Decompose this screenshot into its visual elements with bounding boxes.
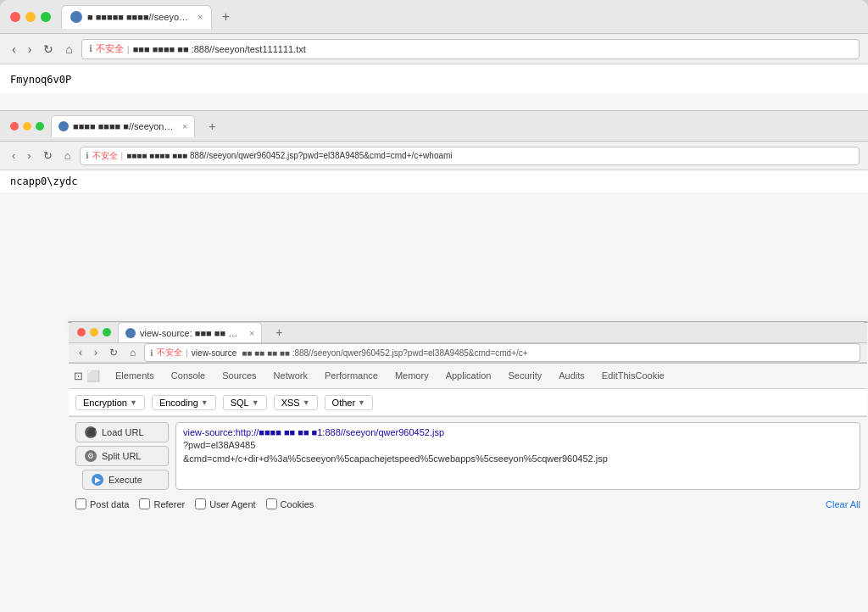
tab-security[interactable]: Security bbox=[499, 367, 550, 386]
second-page-content: ncapp0\zydc bbox=[0, 170, 868, 192]
devtools-tab-favicon bbox=[125, 328, 136, 338]
forward-button[interactable]: › bbox=[25, 41, 36, 58]
sql-dropdown[interactable]: SQL ▼ bbox=[223, 395, 267, 410]
cookies-checkbox[interactable]: Cookies bbox=[266, 498, 314, 509]
devtools-tab-close-icon[interactable]: × bbox=[249, 328, 254, 338]
tab-audits[interactable]: Audits bbox=[550, 367, 593, 386]
encoding-dropdown[interactable]: Encoding ▼ bbox=[152, 395, 216, 410]
url-link-text: view-source:http://■■■■ ■■ ■■ ■1:888//se… bbox=[183, 427, 444, 437]
xss-dropdown[interactable]: XSS ▼ bbox=[274, 395, 318, 410]
security-icon: ℹ bbox=[89, 43, 92, 54]
second-tab-close-icon[interactable]: × bbox=[182, 121, 187, 131]
second-active-tab[interactable]: ■■■■ ■■■■ ■//seeyon/qw■ × bbox=[51, 115, 195, 137]
encryption-dropdown[interactable]: Encryption ▼ bbox=[75, 395, 145, 410]
traffic-lights bbox=[10, 12, 51, 22]
new-tab-button[interactable]: + bbox=[215, 7, 236, 27]
responsive-icon[interactable]: ⬜ bbox=[86, 370, 100, 382]
load-url-icon: ⬛ bbox=[85, 426, 97, 438]
second-reload-button[interactable]: ↻ bbox=[40, 147, 56, 164]
tab-elements[interactable]: Elements bbox=[107, 367, 163, 386]
url-input-area[interactable]: view-source:http://■■■■ ■■ ■■ ■1:888//se… bbox=[175, 422, 860, 490]
split-url-icon: ⚙ bbox=[85, 450, 97, 462]
tab-memory[interactable]: Memory bbox=[387, 367, 437, 386]
security-label: 不安全 bbox=[96, 42, 124, 55]
devtools-home-button[interactable]: ⌂ bbox=[126, 345, 139, 360]
second-address-text: ■■■■ ■■■■ ■■■ 888//seeyon/qwer960452.jsp… bbox=[126, 151, 452, 160]
address-bar[interactable]: ℹ 不安全 | ■■■ ■■■■ ■■ :888//seeyon/test111… bbox=[81, 39, 860, 59]
devtools-new-tab-button[interactable]: + bbox=[269, 322, 289, 342]
devtools-active-tab[interactable]: view-source: ■■■ ■■ ■■ :888 × bbox=[118, 322, 262, 342]
xss-chevron-down-icon: ▼ bbox=[303, 398, 310, 407]
tab-sources[interactable]: Sources bbox=[214, 367, 264, 386]
load-url-button[interactable]: ⬛ Load URL bbox=[75, 422, 169, 442]
other-chevron-down-icon: ▼ bbox=[358, 398, 365, 407]
second-maximize-button[interactable] bbox=[36, 122, 44, 131]
devtools-security-label: 不安全 bbox=[157, 347, 182, 359]
referer-checkbox[interactable]: Referer bbox=[139, 498, 185, 509]
second-forward-button[interactable]: › bbox=[24, 147, 34, 164]
execute-icon: ▶ bbox=[92, 474, 103, 486]
outer-browser-chrome: ■ ■■■■■ ■■■■//seeyon/tes × + bbox=[0, 0, 868, 34]
devtools-address-bar[interactable]: ℹ 不安全 | view-source ■■ ■■ ■■ ■■ :888//se… bbox=[144, 343, 860, 362]
second-new-tab-button[interactable]: + bbox=[202, 116, 222, 136]
devtools-minimize-button[interactable] bbox=[90, 328, 98, 337]
second-back-button[interactable]: ‹ bbox=[8, 147, 19, 164]
devtools-forward-button[interactable]: › bbox=[91, 345, 101, 360]
maximize-button[interactable] bbox=[41, 12, 51, 22]
tab-network[interactable]: Network bbox=[265, 367, 316, 386]
second-tab-title: ■■■■ ■■■■ ■//seeyon/qw■ bbox=[73, 121, 175, 131]
home-button[interactable]: ⌂ bbox=[62, 41, 75, 58]
devtools-toolbar: Encryption ▼ Encoding ▼ SQL ▼ XSS ▼ bbox=[69, 389, 867, 416]
second-traffic-lights bbox=[10, 122, 44, 131]
devtools-reload-button[interactable]: ↻ bbox=[106, 345, 121, 360]
encoding-label: Encoding bbox=[159, 398, 198, 408]
other-dropdown[interactable]: Other ▼ bbox=[325, 395, 373, 410]
execute-label: Execute bbox=[108, 475, 142, 485]
devtools-panel: ⊡ ⬜ Elements Console Sources Network Per… bbox=[69, 363, 867, 513]
tab-close-icon[interactable]: × bbox=[198, 12, 203, 22]
post-data-input[interactable] bbox=[75, 498, 86, 509]
close-button[interactable] bbox=[10, 12, 20, 22]
back-button[interactable]: ‹ bbox=[8, 41, 19, 58]
split-url-button[interactable]: ⚙ Split URL bbox=[75, 446, 169, 466]
devtools-nav-bar: ‹ › ↻ ⌂ ℹ 不安全 | view-source ■■ ■■ ■■ ■■ … bbox=[69, 343, 867, 363]
tab-console[interactable]: Console bbox=[163, 367, 214, 386]
outer-page-content: Fmynoq6v0P bbox=[0, 64, 868, 93]
xss-label: XSS bbox=[281, 398, 300, 408]
execute-button[interactable]: ▶ Execute bbox=[82, 470, 169, 490]
inspector-icon[interactable]: ⊡ bbox=[74, 370, 83, 382]
tab-performance[interactable]: Performance bbox=[316, 367, 387, 386]
devtools-tabs: ⊡ ⬜ Elements Console Sources Network Per… bbox=[69, 364, 867, 389]
tools-area: ⬛ Load URL ⚙ Split URL ▶ Execute bbox=[69, 416, 867, 513]
tab-editthiscookie[interactable]: EditThisCookie bbox=[593, 367, 673, 386]
user-agent-checkbox[interactable]: User Agent bbox=[195, 498, 255, 509]
encryption-chevron-down-icon: ▼ bbox=[130, 398, 137, 407]
second-close-button[interactable] bbox=[10, 122, 19, 131]
second-page-text: ncapp0\zydc bbox=[10, 175, 77, 187]
checkboxes-row: Post data Referer User Agent Cookies Cle… bbox=[69, 495, 867, 513]
active-tab[interactable]: ■ ■■■■■ ■■■■//seeyon/tes × bbox=[61, 5, 212, 29]
cookies-input[interactable] bbox=[266, 498, 277, 509]
tool-buttons: ⬛ Load URL ⚙ Split URL ▶ Execute bbox=[75, 422, 169, 490]
user-agent-input[interactable] bbox=[195, 498, 206, 509]
devtools-maximize-button[interactable] bbox=[103, 328, 111, 337]
devtools-chrome: view-source: ■■■ ■■ ■■ :888 × + bbox=[69, 322, 867, 343]
second-nav-bar: ‹ › ↻ ⌂ ℹ 不安全 | ■■■■ ■■■■ ■■■ 888//seeyo… bbox=[0, 142, 868, 170]
referer-input[interactable] bbox=[139, 498, 150, 509]
address-text: ■■■ ■■■■ ■■ :888//seeyon/test111111.txt bbox=[133, 44, 306, 54]
second-address-bar[interactable]: ℹ 不安全 | ■■■■ ■■■■ ■■■ 888//seeyon/qwer96… bbox=[80, 147, 860, 165]
devtools-close-button[interactable] bbox=[77, 328, 86, 337]
devtools-address-prefix: view-source bbox=[192, 348, 236, 358]
second-security-label: 不安全 bbox=[92, 150, 118, 162]
split-url-label: Split URL bbox=[102, 451, 141, 461]
clear-all-button[interactable]: Clear All bbox=[826, 499, 860, 509]
reload-button[interactable]: ↻ bbox=[40, 41, 57, 58]
minimize-button[interactable] bbox=[25, 12, 36, 22]
devtools-back-button[interactable]: ‹ bbox=[75, 345, 86, 360]
devtools-security-icon: ℹ bbox=[150, 348, 153, 358]
tab-application[interactable]: Application bbox=[437, 367, 500, 386]
post-data-checkbox[interactable]: Post data bbox=[75, 498, 129, 509]
tab-favicon bbox=[70, 11, 82, 23]
second-minimize-button[interactable] bbox=[23, 122, 31, 131]
second-home-button[interactable]: ⌂ bbox=[61, 147, 75, 164]
